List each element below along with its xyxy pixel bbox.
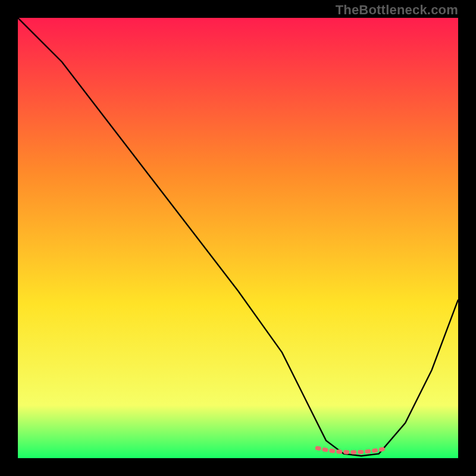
chart-svg (18, 18, 458, 458)
watermark-text: TheBottleneck.com (336, 2, 458, 18)
gradient-background (18, 18, 458, 458)
chart-frame: TheBottleneck.com (0, 0, 476, 476)
plot-area (18, 18, 458, 458)
